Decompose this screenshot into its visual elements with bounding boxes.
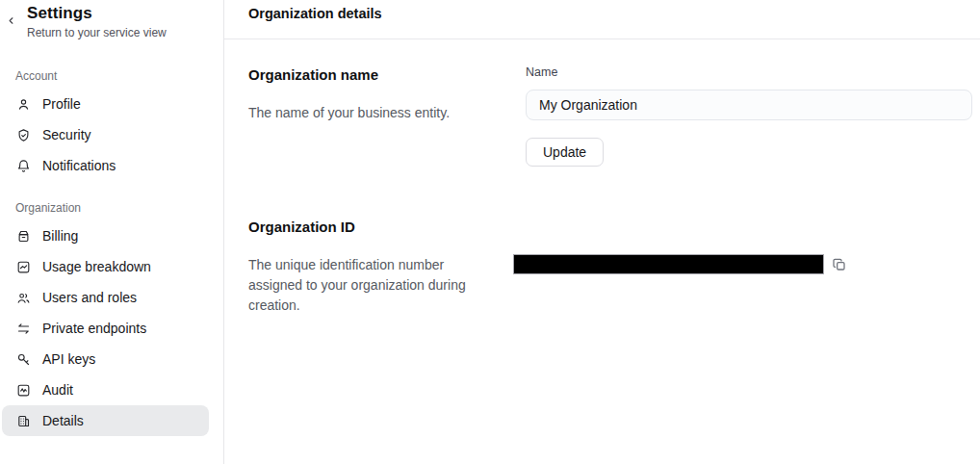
users-icon — [15, 290, 31, 305]
section-label-account: Account — [0, 69, 223, 83]
swap-arrows-icon — [15, 321, 31, 336]
back-button[interactable] — [2, 12, 19, 29]
sidebar-item-label: Security — [42, 127, 91, 142]
account-nav: Profile Security Notifications — [0, 89, 223, 181]
sidebar-item-notifications[interactable]: Notifications — [2, 150, 209, 181]
organization-name-section: Organization name The name of your busin… — [248, 65, 972, 167]
key-icon — [15, 351, 31, 367]
building-icon — [15, 413, 31, 428]
main-header: Organization details — [224, 0, 980, 39]
sidebar-item-label: Users and roles — [42, 290, 137, 305]
section-description: The name of your business entity. — [248, 103, 491, 123]
update-button[interactable]: Update — [526, 138, 604, 167]
organization-name-form: Name Update — [526, 65, 972, 167]
chevron-left-icon — [6, 15, 16, 26]
section-title: Organization name — [248, 66, 526, 83]
organization-nav: Billing Usage breakdown Users and roles … — [0, 220, 223, 436]
organization-id-info: Organization ID The unique identificatio… — [248, 218, 526, 316]
section-label-organization: Organization — [0, 201, 223, 215]
page-title: Organization details — [248, 6, 980, 21]
sidebar-item-usage-breakdown[interactable]: Usage breakdown — [2, 251, 209, 282]
sidebar-title: Settings — [27, 4, 208, 23]
settings-sidebar: Settings Return to your service view Acc… — [0, 0, 224, 464]
sidebar-item-label: Usage breakdown — [42, 259, 151, 274]
sidebar-subtitle: Return to your service view — [27, 26, 208, 39]
sidebar-item-api-keys[interactable]: API keys — [2, 344, 209, 374]
sidebar-item-details[interactable]: Details — [2, 405, 209, 436]
main-content: Organization name The name of your busin… — [224, 39, 980, 316]
sidebar-item-users-and-roles[interactable]: Users and roles — [2, 282, 209, 313]
section-title: Organization ID — [248, 219, 526, 235]
sidebar-item-label: Billing — [42, 228, 78, 244]
shield-check-icon — [15, 127, 31, 142]
organization-id-section: Organization ID The unique identificatio… — [248, 218, 972, 316]
sidebar-item-security[interactable]: Security — [2, 119, 209, 150]
sidebar-item-label: Details — [42, 413, 84, 428]
sidebar-item-label: Notifications — [42, 158, 116, 173]
organization-id-value — [513, 254, 824, 274]
sidebar-item-label: Private endpoints — [42, 321, 146, 336]
sidebar-item-label: Profile — [42, 96, 81, 112]
pulse-square-icon — [15, 382, 31, 398]
organization-name-info: Organization name The name of your busin… — [248, 65, 526, 167]
sidebar-item-profile[interactable]: Profile — [2, 89, 209, 119]
user-icon — [15, 96, 31, 112]
copy-icon — [832, 257, 847, 272]
chart-icon — [15, 259, 31, 274]
section-description: The unique identification number assigne… — [248, 255, 491, 316]
sidebar-item-label: Audit — [42, 382, 73, 398]
billing-box-icon — [15, 228, 31, 244]
sidebar-item-label: API keys — [42, 351, 95, 367]
organization-id-display — [526, 218, 972, 316]
sidebar-item-private-endpoints[interactable]: Private endpoints — [2, 313, 209, 344]
sidebar-item-audit[interactable]: Audit — [2, 374, 209, 405]
sidebar-header: Settings Return to your service view — [0, 0, 223, 39]
main-panel: Organization details Organization name T… — [224, 0, 980, 464]
name-field-label: Name — [526, 65, 972, 79]
sidebar-item-billing[interactable]: Billing — [2, 220, 209, 251]
copy-button[interactable] — [831, 256, 848, 273]
bell-icon — [15, 158, 31, 173]
organization-name-input[interactable] — [526, 90, 972, 120]
